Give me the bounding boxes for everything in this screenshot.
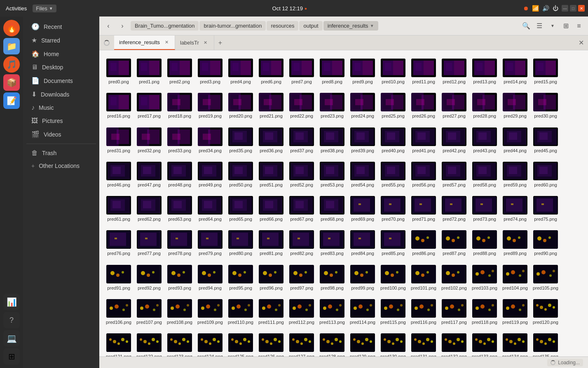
file-item[interactable]: pred71.png bbox=[409, 193, 438, 225]
file-item[interactable]: pred124.png bbox=[196, 330, 225, 356]
close-button[interactable]: ✕ bbox=[578, 5, 585, 12]
file-item[interactable]: pred69.png bbox=[348, 193, 377, 225]
sidebar-item-pictures[interactable]: 🖼 Pictures bbox=[25, 115, 98, 127]
file-item[interactable]: pred122.png bbox=[135, 330, 164, 356]
file-item[interactable]: pred81.png bbox=[257, 227, 286, 259]
file-item[interactable]: pred43.png bbox=[470, 124, 499, 157]
file-item[interactable]: pred36.png bbox=[257, 124, 286, 157]
file-item[interactable]: pred72.png bbox=[440, 193, 469, 225]
file-item[interactable]: pred78.png bbox=[165, 227, 194, 259]
file-item[interactable]: pred48.png bbox=[165, 158, 194, 191]
file-item[interactable]: pred11.png bbox=[409, 55, 438, 88]
sidebar-item-music[interactable]: ♪ Music bbox=[25, 101, 98, 114]
monitor-icon[interactable]: 📊 bbox=[3, 294, 20, 310]
file-item[interactable]: pred94.png bbox=[196, 262, 225, 294]
breadcrumb-resources[interactable]: resources bbox=[267, 21, 298, 31]
software-icon[interactable]: 📦 bbox=[3, 74, 20, 91]
text-editor-icon[interactable]: 📝 bbox=[3, 92, 20, 109]
file-item[interactable]: pred107.png bbox=[135, 296, 164, 328]
file-item[interactable]: pred96.png bbox=[257, 262, 286, 294]
file-item[interactable]: pred37.png bbox=[287, 124, 316, 157]
file-item[interactable]: pred35.png bbox=[226, 124, 255, 157]
tab-labelstr[interactable]: labelsTr ✕ bbox=[175, 35, 214, 50]
file-item[interactable]: pred16.png bbox=[104, 90, 133, 122]
file-item[interactable]: pred120.png bbox=[531, 296, 560, 328]
file-item[interactable]: pred39.png bbox=[348, 124, 377, 157]
file-item[interactable]: pred108.png bbox=[165, 296, 194, 328]
file-item[interactable]: pred126.png bbox=[257, 330, 286, 356]
file-item[interactable]: pred77.png bbox=[135, 227, 164, 259]
view-grid-button[interactable]: ⊞ bbox=[560, 20, 572, 32]
file-item[interactable]: pred58.png bbox=[470, 158, 499, 191]
file-item[interactable]: pred68.png bbox=[318, 193, 347, 225]
file-item[interactable]: pred116.png bbox=[409, 296, 438, 328]
file-item[interactable]: pred15.png bbox=[531, 55, 560, 88]
file-item[interactable]: pred6.png bbox=[257, 55, 286, 88]
file-item[interactable]: pred91.png bbox=[104, 262, 133, 294]
file-item[interactable]: pred22.png bbox=[287, 90, 316, 122]
tab-bar-close-button[interactable]: ✕ bbox=[574, 35, 588, 50]
view-dropdown-button[interactable]: ▼ bbox=[547, 20, 558, 32]
file-item[interactable]: pred38.png bbox=[318, 124, 347, 157]
file-item[interactable]: pred109.png bbox=[196, 296, 225, 328]
file-item[interactable]: pred55.png bbox=[379, 158, 408, 191]
file-item[interactable]: pred117.png bbox=[440, 296, 469, 328]
help-icon[interactable]: ? bbox=[3, 312, 20, 328]
file-item[interactable]: pred17.png bbox=[135, 90, 164, 122]
file-item[interactable]: pred42.png bbox=[440, 124, 469, 157]
search-button[interactable]: 🔍 bbox=[520, 20, 532, 32]
file-item[interactable]: pred119.png bbox=[501, 296, 529, 328]
file-item[interactable]: pred73.png bbox=[470, 193, 499, 225]
app-grid-icon[interactable]: ⊞ bbox=[3, 348, 20, 365]
file-item[interactable]: pred25.png bbox=[379, 90, 408, 122]
file-item[interactable]: pred98.png bbox=[318, 262, 347, 294]
ubuntu-icon[interactable]: 🔥 bbox=[3, 20, 20, 36]
file-item[interactable]: pred31.png bbox=[104, 124, 133, 157]
file-item[interactable]: pred112.png bbox=[287, 296, 316, 328]
back-button[interactable]: ‹ bbox=[103, 20, 114, 32]
file-item[interactable]: pred110.png bbox=[226, 296, 255, 328]
file-item[interactable]: pred111.png bbox=[257, 296, 286, 328]
file-item[interactable]: pred93.png bbox=[165, 262, 194, 294]
terminal-icon[interactable]: 💻 bbox=[3, 330, 20, 347]
file-item[interactable]: pred75.png bbox=[531, 193, 560, 225]
file-item[interactable]: pred60.png bbox=[531, 158, 560, 191]
file-item[interactable]: pred28.png bbox=[470, 90, 499, 122]
breadcrumb-brain-tumor[interactable]: Brain_Tumo...gmentation bbox=[131, 21, 199, 31]
file-item[interactable]: pred46.png bbox=[104, 158, 133, 191]
file-item[interactable]: pred63.png bbox=[165, 193, 194, 225]
file-item[interactable]: pred56.png bbox=[409, 158, 438, 191]
tab-inference-results[interactable]: inference_results ✕ bbox=[114, 35, 175, 50]
file-item[interactable]: pred29.png bbox=[501, 90, 529, 122]
file-item[interactable]: pred106.png bbox=[104, 296, 133, 328]
file-item[interactable]: pred53.png bbox=[318, 158, 347, 191]
file-item[interactable]: pred104.png bbox=[501, 262, 529, 294]
file-item[interactable]: pred70.png bbox=[379, 193, 408, 225]
file-item[interactable]: pred92.png bbox=[135, 262, 164, 294]
file-item[interactable]: pred127.png bbox=[287, 330, 316, 356]
sidebar-item-downloads[interactable]: ⬇ Downloads bbox=[25, 88, 98, 101]
file-item[interactable]: pred67.png bbox=[287, 193, 316, 225]
file-item[interactable]: pred79.png bbox=[196, 227, 225, 259]
file-item[interactable]: pred44.png bbox=[501, 124, 529, 157]
file-item[interactable]: pred114.png bbox=[348, 296, 377, 328]
file-item[interactable]: pred97.png bbox=[287, 262, 316, 294]
view-list-button[interactable]: ☰ bbox=[534, 20, 545, 32]
file-item[interactable]: pred57.png bbox=[440, 158, 469, 191]
minimize-button[interactable]: — bbox=[562, 5, 568, 12]
file-item[interactable]: pred21.png bbox=[257, 90, 286, 122]
file-item[interactable]: pred115.png bbox=[379, 296, 408, 328]
file-item[interactable]: pred84.png bbox=[348, 227, 377, 259]
tab-close-inference-results[interactable]: ✕ bbox=[163, 39, 170, 46]
menu-button[interactable]: ≡ bbox=[573, 20, 585, 32]
file-item[interactable]: pred49.png bbox=[196, 158, 225, 191]
file-item[interactable]: pred26.png bbox=[409, 90, 438, 122]
sidebar-item-desktop[interactable]: 🖥 Desktop bbox=[25, 61, 98, 73]
file-item[interactable]: pred95.png bbox=[226, 262, 255, 294]
file-item[interactable]: pred54.png bbox=[348, 158, 377, 191]
app3-icon[interactable]: 🎵 bbox=[3, 56, 20, 73]
file-item[interactable]: pred125.png bbox=[226, 330, 255, 356]
file-item[interactable]: pred102.png bbox=[440, 262, 469, 294]
file-item[interactable]: pred34.png bbox=[196, 124, 225, 157]
file-item[interactable]: pred14.png bbox=[501, 55, 529, 88]
